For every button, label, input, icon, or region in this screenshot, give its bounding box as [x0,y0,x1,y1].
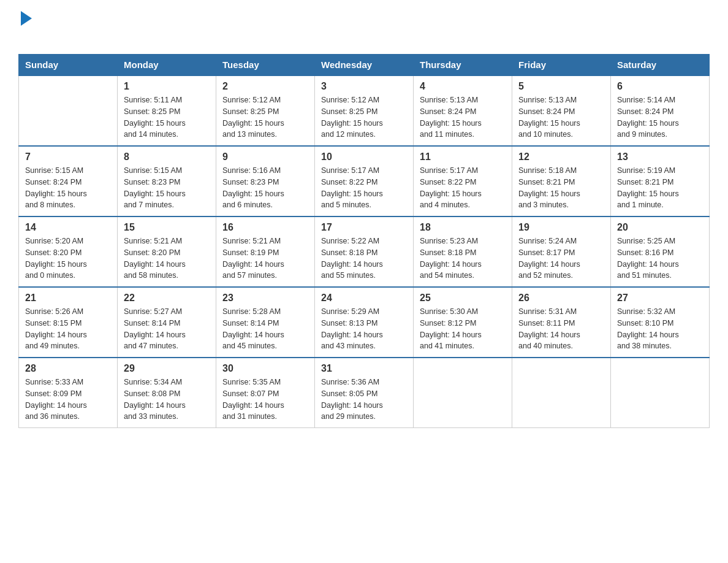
day-number: 25 [420,293,506,304]
day-number: 31 [321,363,407,374]
calendar-cell: 25Sunrise: 5:30 AM Sunset: 8:12 PM Dayli… [414,287,512,358]
calendar-cell: 6Sunrise: 5:14 AM Sunset: 8:24 PM Daylig… [611,75,710,146]
day-number: 3 [321,81,407,92]
calendar-cell: 19Sunrise: 5:24 AM Sunset: 8:17 PM Dayli… [512,216,611,287]
day-info: Sunrise: 5:17 AM Sunset: 8:22 PM Dayligh… [420,165,506,211]
calendar-cell: 13Sunrise: 5:19 AM Sunset: 8:21 PM Dayli… [611,146,710,216]
calendar-cell: 5Sunrise: 5:13 AM Sunset: 8:24 PM Daylig… [512,75,611,146]
day-number: 19 [518,222,604,233]
calendar-week-row: 1Sunrise: 5:11 AM Sunset: 8:25 PM Daylig… [19,75,710,146]
calendar-cell: 15Sunrise: 5:21 AM Sunset: 8:20 PM Dayli… [118,216,216,287]
day-number: 14 [25,222,111,233]
day-info: Sunrise: 5:24 AM Sunset: 8:17 PM Dayligh… [518,236,604,282]
calendar-cell: 16Sunrise: 5:21 AM Sunset: 8:19 PM Dayli… [216,216,315,287]
day-number: 24 [321,293,407,304]
calendar-cell: 22Sunrise: 5:27 AM Sunset: 8:14 PM Dayli… [118,287,216,358]
day-info: Sunrise: 5:12 AM Sunset: 8:25 PM Dayligh… [321,94,407,140]
day-number: 17 [321,222,407,233]
day-info: Sunrise: 5:15 AM Sunset: 8:23 PM Dayligh… [124,165,210,211]
day-info: Sunrise: 5:23 AM Sunset: 8:18 PM Dayligh… [420,236,506,282]
day-info: Sunrise: 5:29 AM Sunset: 8:13 PM Dayligh… [321,306,407,352]
day-number: 6 [617,81,703,92]
day-number: 22 [124,293,210,304]
day-info: Sunrise: 5:16 AM Sunset: 8:23 PM Dayligh… [222,165,308,211]
day-info: Sunrise: 5:15 AM Sunset: 8:24 PM Dayligh… [25,165,111,211]
day-number: 23 [222,293,308,304]
day-info: Sunrise: 5:28 AM Sunset: 8:14 PM Dayligh… [222,306,308,352]
calendar-cell: 27Sunrise: 5:32 AM Sunset: 8:10 PM Dayli… [611,287,710,358]
day-number: 26 [518,293,604,304]
calendar-cell: 26Sunrise: 5:31 AM Sunset: 8:11 PM Dayli… [512,287,611,358]
day-info: Sunrise: 5:22 AM Sunset: 8:18 PM Dayligh… [321,236,407,282]
day-number: 4 [420,81,506,92]
calendar-cell: 18Sunrise: 5:23 AM Sunset: 8:18 PM Dayli… [414,216,512,287]
calendar-header-friday: Friday [512,55,611,76]
day-info: Sunrise: 5:18 AM Sunset: 8:21 PM Dayligh… [518,165,604,211]
calendar-cell: 8Sunrise: 5:15 AM Sunset: 8:23 PM Daylig… [118,146,216,216]
day-info: Sunrise: 5:14 AM Sunset: 8:24 PM Dayligh… [617,94,703,140]
day-number: 10 [321,151,407,163]
day-number: 27 [617,293,703,304]
calendar-header-thursday: Thursday [414,55,512,76]
day-info: Sunrise: 5:11 AM Sunset: 8:25 PM Dayligh… [124,94,210,140]
calendar-cell: 21Sunrise: 5:26 AM Sunset: 8:15 PM Dayli… [19,287,118,358]
day-number: 8 [124,151,210,163]
day-number: 29 [124,363,210,374]
calendar-cell [512,358,611,428]
calendar-header-sunday: Sunday [19,55,118,76]
calendar-cell: 12Sunrise: 5:18 AM Sunset: 8:21 PM Dayli… [512,146,611,216]
calendar-cell [19,75,118,146]
day-number: 15 [124,222,210,233]
page-header [18,12,710,48]
calendar-cell: 14Sunrise: 5:20 AM Sunset: 8:20 PM Dayli… [19,216,118,287]
day-info: Sunrise: 5:13 AM Sunset: 8:24 PM Dayligh… [420,94,506,140]
calendar-cell: 4Sunrise: 5:13 AM Sunset: 8:24 PM Daylig… [414,75,512,146]
calendar-cell: 17Sunrise: 5:22 AM Sunset: 8:18 PM Dayli… [315,216,414,287]
calendar-cell: 28Sunrise: 5:33 AM Sunset: 8:09 PM Dayli… [19,358,118,428]
calendar-header-saturday: Saturday [611,55,710,76]
calendar-cell: 20Sunrise: 5:25 AM Sunset: 8:16 PM Dayli… [611,216,710,287]
day-number: 21 [25,293,111,304]
calendar-header-tuesday: Tuesday [216,55,315,76]
day-info: Sunrise: 5:32 AM Sunset: 8:10 PM Dayligh… [617,306,703,352]
day-number: 16 [222,222,308,233]
calendar-header-row: SundayMondayTuesdayWednesdayThursdayFrid… [19,55,710,76]
calendar-cell: 29Sunrise: 5:34 AM Sunset: 8:08 PM Dayli… [118,358,216,428]
calendar-cell: 7Sunrise: 5:15 AM Sunset: 8:24 PM Daylig… [19,146,118,216]
calendar-cell: 1Sunrise: 5:11 AM Sunset: 8:25 PM Daylig… [118,75,216,146]
day-number: 7 [25,151,111,163]
day-info: Sunrise: 5:17 AM Sunset: 8:22 PM Dayligh… [321,165,407,211]
day-number: 5 [518,81,604,92]
calendar-cell [414,358,512,428]
calendar-cell: 23Sunrise: 5:28 AM Sunset: 8:14 PM Dayli… [216,287,315,358]
logo [18,12,39,48]
day-number: 28 [25,363,111,374]
calendar-cell: 9Sunrise: 5:16 AM Sunset: 8:23 PM Daylig… [216,146,315,216]
day-info: Sunrise: 5:25 AM Sunset: 8:16 PM Dayligh… [617,236,703,282]
day-number: 18 [420,222,506,233]
calendar-cell: 31Sunrise: 5:36 AM Sunset: 8:05 PM Dayli… [315,358,414,428]
day-info: Sunrise: 5:30 AM Sunset: 8:12 PM Dayligh… [420,306,506,352]
day-number: 13 [617,151,703,163]
day-number: 2 [222,81,308,92]
day-number: 11 [420,151,506,163]
calendar-cell: 2Sunrise: 5:12 AM Sunset: 8:25 PM Daylig… [216,75,315,146]
day-info: Sunrise: 5:21 AM Sunset: 8:20 PM Dayligh… [124,236,210,282]
calendar-cell [611,358,710,428]
calendar-week-row: 14Sunrise: 5:20 AM Sunset: 8:20 PM Dayli… [19,216,710,287]
calendar-week-row: 21Sunrise: 5:26 AM Sunset: 8:15 PM Dayli… [19,287,710,358]
day-number: 9 [222,151,308,163]
day-number: 12 [518,151,604,163]
calendar-header-wednesday: Wednesday [315,55,414,76]
calendar-cell: 30Sunrise: 5:35 AM Sunset: 8:07 PM Dayli… [216,358,315,428]
day-number: 30 [222,363,308,374]
day-number: 20 [617,222,703,233]
day-info: Sunrise: 5:19 AM Sunset: 8:21 PM Dayligh… [617,165,703,211]
calendar-cell: 10Sunrise: 5:17 AM Sunset: 8:22 PM Dayli… [315,146,414,216]
day-info: Sunrise: 5:26 AM Sunset: 8:15 PM Dayligh… [25,306,111,352]
day-info: Sunrise: 5:33 AM Sunset: 8:09 PM Dayligh… [25,377,111,423]
day-info: Sunrise: 5:13 AM Sunset: 8:24 PM Dayligh… [518,94,604,140]
day-info: Sunrise: 5:12 AM Sunset: 8:25 PM Dayligh… [222,94,308,140]
day-info: Sunrise: 5:35 AM Sunset: 8:07 PM Dayligh… [222,377,308,423]
day-info: Sunrise: 5:20 AM Sunset: 8:20 PM Dayligh… [25,236,111,282]
